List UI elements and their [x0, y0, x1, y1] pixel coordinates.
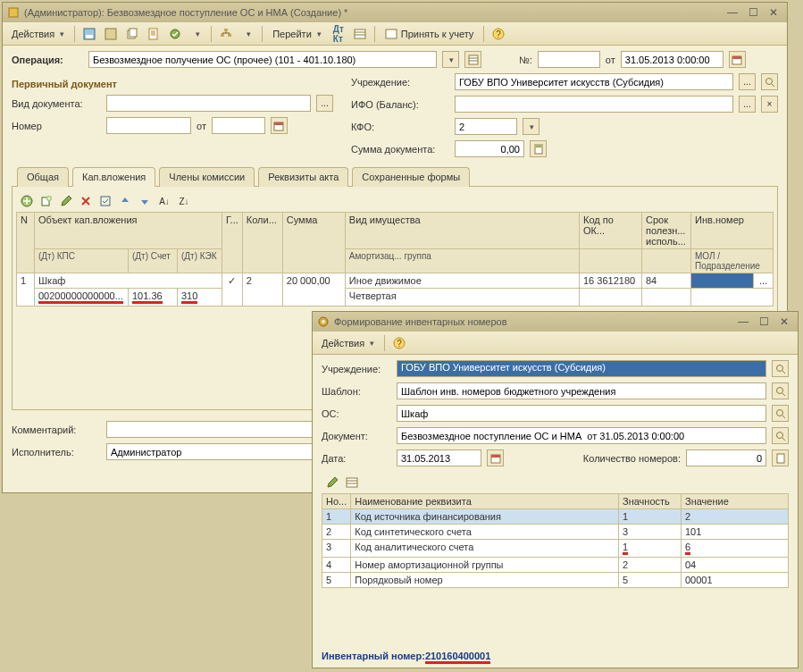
sub-grid[interactable]: Но... Наименование реквизита Значность З… [322, 493, 789, 588]
tab-savedforms[interactable]: Сохраненные формы [352, 167, 470, 187]
goto-menu[interactable]: Перейти [267, 27, 327, 41]
number-input[interactable] [538, 51, 600, 68]
post-icon[interactable] [165, 25, 185, 43]
summ-input[interactable] [455, 140, 524, 157]
minimize-button[interactable]: — [722, 6, 743, 19]
list-icon[interactable] [350, 25, 370, 43]
inv-cell-selected[interactable] [691, 273, 754, 289]
table-row[interactable]: 3 Код аналитического счета 1 6 [322, 540, 789, 558]
add-copy-icon[interactable] [38, 192, 55, 210]
ifo-clear[interactable]: × [761, 96, 778, 113]
save-icon[interactable] [79, 25, 99, 43]
sub-search-icon-2[interactable] [772, 382, 789, 399]
svg-point-28 [322, 320, 325, 323]
ot2-label: от [197, 121, 206, 131]
sub-shabl-label: Шаблон: [322, 386, 391, 397]
add-icon[interactable] [18, 192, 36, 210]
sub-doc-input[interactable] [397, 427, 766, 444]
ifo-input[interactable] [455, 96, 733, 113]
sub-list-icon[interactable] [343, 474, 361, 491]
summ-label: Сумма документа: [351, 144, 449, 155]
doc-icon[interactable] [144, 25, 163, 43]
maximize-button[interactable]: ☐ [743, 6, 764, 19]
inv-number-value: 210160400001 [425, 651, 490, 664]
calendar-icon[interactable] [729, 51, 746, 68]
svg-text:?: ? [497, 29, 502, 39]
docdate-input[interactable] [212, 117, 265, 134]
sub-search-icon[interactable] [772, 360, 789, 377]
sub-uchr-field[interactable]: ГОБУ ВПО Университет искусств (Субсидия) [397, 360, 766, 377]
sub-shabl-input[interactable] [397, 382, 766, 399]
table-row[interactable]: 1 Шкаф ✓ 2 20 000,00 Иное движимое 16 36… [17, 273, 774, 289]
tab-general[interactable]: Общая [17, 167, 69, 187]
sub-count-input[interactable] [686, 449, 766, 466]
kfo-input[interactable] [455, 118, 517, 135]
sort-asc-icon[interactable]: A↓ [155, 192, 173, 210]
sub-minimize-button[interactable]: — [732, 315, 754, 328]
sub-calendar-icon[interactable] [487, 449, 504, 466]
svg-rect-15 [469, 55, 478, 64]
table-row[interactable]: 2 Код синтетического счета 3 101 [322, 525, 789, 540]
calendar-icon-2[interactable] [271, 117, 288, 134]
down-icon[interactable] [136, 192, 154, 210]
sub-help-icon[interactable]: ? [389, 334, 409, 352]
doctype-input[interactable] [106, 95, 311, 112]
col-vid: Вид имущества [345, 213, 579, 249]
svg-text:?: ? [397, 339, 402, 349]
table-row[interactable]: 00200000000000... 101.36 310 Четвертая [17, 289, 774, 307]
sub-search-icon-3[interactable] [772, 405, 789, 422]
edit-icon[interactable] [57, 192, 75, 210]
sub-titlebar: Формирование инвентарных номеров — ☐ ✕ [313, 312, 798, 332]
delete-icon[interactable] [77, 192, 95, 210]
operation-dropdown[interactable] [442, 51, 459, 68]
search-icon[interactable] [761, 73, 778, 90]
actions-menu[interactable]: Действия [6, 27, 70, 41]
tab-members[interactable]: Члены комиссии [159, 167, 255, 187]
copy-icon[interactable] [122, 25, 142, 43]
sub-search-icon-4[interactable] [772, 427, 789, 444]
gear-icon [316, 315, 330, 329]
structure-icon[interactable] [216, 25, 236, 43]
save-icon-2[interactable] [101, 25, 121, 43]
sub-date-input[interactable] [397, 449, 481, 466]
svg-rect-26 [101, 197, 110, 206]
doctype-ellipsis[interactable]: ... [316, 95, 333, 112]
sort-desc-icon[interactable]: Z↓ [175, 192, 193, 210]
dtct-icon[interactable]: ДтКт [329, 25, 348, 43]
svg-rect-8 [224, 29, 228, 31]
sub-os-input[interactable] [397, 405, 766, 422]
tab-kapvloz[interactable]: Кап.вложения [72, 167, 155, 187]
uchr-input[interactable] [455, 73, 733, 90]
col-obj: Объект кап.вложения [35, 213, 222, 249]
calc-icon[interactable] [530, 140, 547, 157]
close-button[interactable]: ✕ [764, 6, 783, 19]
select-icon[interactable] [96, 192, 114, 210]
up-icon[interactable] [116, 192, 134, 210]
help-icon[interactable]: ? [489, 25, 508, 43]
sub-uchr-label: Учреждение: [322, 364, 391, 374]
sub-calc-icon[interactable] [772, 449, 789, 466]
structure-dropdown[interactable] [238, 25, 257, 43]
operation-select[interactable] [88, 51, 437, 68]
inv-cell-ellipsis[interactable]: ... [754, 273, 774, 289]
kfo-dropdown[interactable] [523, 118, 540, 135]
svg-point-34 [776, 432, 782, 438]
sub-edit-icon[interactable] [323, 474, 341, 491]
accept-label: Принять к учету [401, 29, 474, 39]
accept-button[interactable]: Принять к учету [380, 26, 480, 42]
sub-close-button[interactable]: ✕ [774, 315, 794, 328]
capital-grid[interactable]: N Объект кап.вложения Г... Коли... Сумма… [16, 212, 774, 307]
table-row[interactable]: 1 Код источника финансирования 1 2 [322, 509, 789, 525]
docnum-input[interactable] [106, 117, 191, 134]
tab-requisites[interactable]: Реквизиты акта [258, 167, 348, 187]
sub-actions-menu[interactable]: Действия [316, 336, 380, 350]
uchr-label: Учреждение: [351, 77, 449, 88]
date-input[interactable] [621, 51, 724, 68]
post-dropdown[interactable] [187, 25, 206, 43]
operation-list-icon[interactable] [464, 51, 481, 68]
table-row[interactable]: 5 Порядковый номер 5 00001 [322, 573, 789, 588]
uchr-ellipsis[interactable]: ... [739, 73, 756, 90]
sub-maximize-button[interactable]: ☐ [754, 315, 774, 328]
ifo-ellipsis[interactable]: ... [739, 96, 756, 113]
table-row[interactable]: 4 Номер амортизационной группы 2 04 [322, 558, 789, 573]
